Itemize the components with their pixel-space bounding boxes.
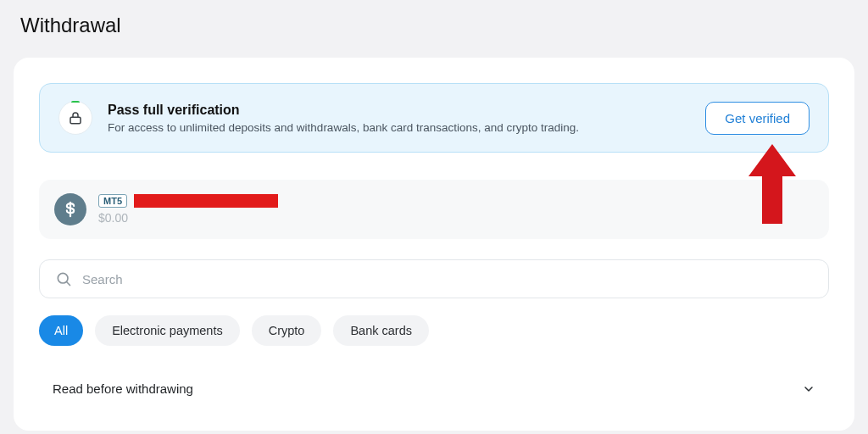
- filter-chip-electronic[interactable]: Electronic payments: [95, 315, 240, 346]
- verification-text: Pass full verification For access to unl…: [108, 103, 690, 134]
- search-input[interactable]: [82, 272, 813, 287]
- redacted-account-id: [134, 194, 278, 208]
- account-meta: MT5 $0.00: [98, 194, 278, 225]
- accordion-label: Read before withdrawing: [53, 381, 193, 396]
- get-verified-button[interactable]: Get verified: [705, 102, 810, 135]
- search-icon: [55, 270, 72, 287]
- search-field-wrap[interactable]: [39, 259, 829, 298]
- filter-chip-all[interactable]: All: [39, 315, 83, 346]
- svg-line-2: [67, 282, 70, 286]
- verification-title: Pass full verification: [108, 103, 690, 118]
- read-before-withdrawing-accordion[interactable]: Read before withdrawing: [39, 370, 829, 396]
- filter-chip-bank[interactable]: Bank cards: [333, 315, 429, 346]
- chevron-down-icon: [802, 382, 815, 396]
- account-top-row: MT5: [98, 194, 278, 208]
- filter-chip-crypto[interactable]: Crypto: [252, 315, 322, 346]
- svg-rect-0: [70, 117, 81, 124]
- withdrawal-page: Withdrawal Pass full verification For ac…: [0, 0, 868, 434]
- verification-alert: Pass full verification For access to unl…: [39, 83, 829, 153]
- lock-icon: [58, 101, 92, 135]
- main-card: Pass full verification For access to unl…: [14, 58, 854, 431]
- account-balance: $0.00: [98, 211, 278, 225]
- filter-chips: All Electronic payments Crypto Bank card…: [39, 315, 829, 346]
- verification-subtitle: For access to unlimited deposits and wit…: [108, 121, 690, 134]
- account-row[interactable]: MT5 $0.00: [39, 180, 829, 239]
- dollar-icon: [54, 193, 86, 225]
- platform-badge: MT5: [98, 194, 127, 208]
- page-title: Withdrawal: [0, 0, 868, 47]
